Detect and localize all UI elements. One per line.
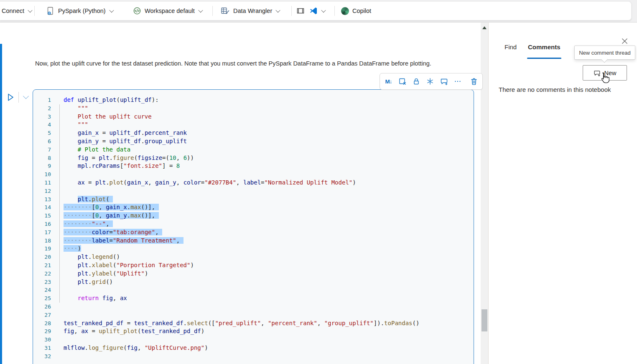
code-line-24[interactable]: 24 bbox=[33, 286, 473, 294]
code-line-10[interactable]: 10 bbox=[33, 170, 473, 179]
line-number: 23 bbox=[33, 278, 51, 286]
markdown-text: Now, plot the uplift curve for the test … bbox=[35, 60, 431, 67]
code-line-12[interactable]: 12 bbox=[33, 187, 473, 195]
code-line-30[interactable]: 30 bbox=[33, 336, 473, 344]
workspace-dropdown[interactable]: Workspace default bbox=[133, 2, 202, 20]
line-number: 2 bbox=[33, 104, 51, 113]
code-line-20[interactable]: 20 plt.legend() bbox=[33, 253, 473, 261]
code-line-4[interactable]: 4 """ bbox=[33, 121, 473, 129]
code-line-25[interactable]: 25 return fig, ax bbox=[33, 294, 473, 303]
code-line-3[interactable]: 3 Plot the uplift curve bbox=[33, 113, 473, 121]
line-number: 1 bbox=[33, 96, 51, 104]
code-line-8[interactable]: 8 fig = plt.figure(figsize=(10, 6)) bbox=[33, 154, 473, 162]
more-commands-icon[interactable] bbox=[453, 76, 462, 86]
code-line-31[interactable]: 31mlflow.log_figure(fig, "UpliftCurve.pn… bbox=[33, 344, 473, 352]
line-number: 8 bbox=[33, 154, 51, 162]
code-line-1[interactable]: 1def uplift_plot(uplift_df): bbox=[33, 96, 473, 104]
scroll-up-arrow-icon[interactable] bbox=[482, 26, 487, 29]
toolbar-divider bbox=[291, 6, 292, 16]
close-icon[interactable] bbox=[622, 38, 628, 46]
frame-button[interactable] bbox=[296, 2, 305, 20]
copilot-button[interactable]: Copilot bbox=[341, 2, 371, 20]
line-number: 32 bbox=[33, 352, 51, 361]
code-line-22[interactable]: 22 plt.ylabel("Uplift") bbox=[33, 270, 473, 278]
code-line-14[interactable]: 14········[0, gain_x.max()], bbox=[33, 203, 473, 212]
run-divider bbox=[18, 92, 19, 103]
code-line-5[interactable]: 5 gain_x = uplift_df.percent_rank bbox=[33, 129, 473, 137]
line-number: 9 bbox=[33, 162, 51, 170]
code-line-19[interactable]: 19····) bbox=[33, 245, 473, 253]
line-number: 27 bbox=[33, 311, 51, 319]
kernel-label: PySpark (Python) bbox=[58, 8, 106, 14]
run-cell-icon[interactable] bbox=[6, 92, 15, 102]
code-cell[interactable]: 1def uplift_plot(uplift_df):2 """3 Plot … bbox=[33, 89, 474, 364]
data-wrangler-button[interactable]: Data Wrangler bbox=[221, 2, 280, 20]
code-line-26[interactable]: 26 bbox=[33, 303, 473, 311]
scrollbar-thumb[interactable] bbox=[482, 309, 487, 331]
line-number: 24 bbox=[33, 286, 51, 294]
chevron-down-icon bbox=[321, 8, 326, 13]
convert-to-markdown-icon[interactable]: M↓ bbox=[384, 76, 393, 86]
line-number: 20 bbox=[33, 253, 51, 261]
markdown-cell[interactable]: Now, plot the uplift curve for the test … bbox=[35, 60, 466, 67]
chevron-down-icon bbox=[109, 8, 114, 13]
line-number: 4 bbox=[33, 121, 51, 129]
line-number: 26 bbox=[33, 303, 51, 311]
add-comment-icon[interactable] bbox=[439, 76, 448, 86]
frame-icon bbox=[296, 7, 305, 15]
kernel-dropdown[interactable]: PySpark (Python) bbox=[46, 2, 113, 20]
code-line-18[interactable]: 18········label="Random Treatment", bbox=[33, 237, 473, 245]
clear-outputs-icon[interactable] bbox=[398, 76, 407, 86]
hand-cursor-icon bbox=[599, 72, 609, 86]
code-line-32[interactable]: 32 bbox=[33, 352, 473, 361]
tab-find[interactable]: Find bbox=[505, 43, 517, 51]
line-number: 10 bbox=[33, 170, 51, 179]
line-number: 15 bbox=[33, 212, 51, 220]
code-line-15[interactable]: 15········[0, gain_y.max()], bbox=[33, 212, 473, 220]
code-line-6[interactable]: 6 gain_y = uplift_df.group_uplift bbox=[33, 137, 473, 146]
code-line-11[interactable]: 11 ax = plt.plot(gain_x, gain_y, color="… bbox=[33, 179, 473, 187]
comments-panel: Find Comments New comment thread New The… bbox=[489, 23, 637, 364]
collapse-cell-chevron-icon[interactable] bbox=[23, 93, 29, 99]
notebook-content: Now, plot the uplift curve for the test … bbox=[0, 22, 637, 364]
code-line-28[interactable]: 28test_ranked_pd_df = test_ranked_df.sel… bbox=[33, 319, 473, 328]
code-line-23[interactable]: 23 plt.grid() bbox=[33, 278, 473, 286]
lock-cell-icon[interactable] bbox=[412, 76, 420, 86]
code-editor[interactable]: 1def uplift_plot(uplift_df):2 """3 Plot … bbox=[33, 96, 473, 361]
line-number: 18 bbox=[33, 237, 51, 245]
line-number: 22 bbox=[33, 270, 51, 278]
line-number: 31 bbox=[33, 344, 51, 352]
tooltip-text: New comment thread bbox=[579, 50, 631, 56]
workspace-code-circle-icon bbox=[133, 7, 141, 15]
code-line-7[interactable]: 7 # Plot the data bbox=[33, 146, 473, 154]
active-cell-indicator bbox=[0, 44, 2, 364]
code-line-17[interactable]: 17········color="tab:orange", bbox=[33, 228, 473, 237]
code-line-2[interactable]: 2 """ bbox=[33, 104, 473, 113]
copilot-icon bbox=[341, 7, 349, 15]
notebook-toolbar: Connect PySpark (Python) bbox=[0, 1, 632, 20]
code-line-29[interactable]: 29fig, ax = uplift_plot(test_ranked_pd_d… bbox=[33, 327, 473, 336]
code-line-13[interactable]: 13 plt.plot( bbox=[33, 195, 473, 204]
connect-dropdown[interactable]: Connect bbox=[2, 2, 32, 20]
vscode-dropdown[interactable] bbox=[309, 2, 325, 20]
empty-comments-message: There are no comments in this notebook bbox=[499, 86, 611, 93]
code-line-21[interactable]: 21 plt.xlabel("Porportion Targeted") bbox=[33, 261, 473, 270]
connect-label: Connect bbox=[2, 8, 24, 14]
line-number: 28 bbox=[33, 319, 51, 328]
freeze-cell-icon[interactable] bbox=[426, 76, 434, 86]
kernel-document-gear-icon bbox=[46, 6, 55, 15]
tab-comments[interactable]: Comments bbox=[528, 43, 561, 51]
delete-cell-icon[interactable] bbox=[469, 76, 478, 86]
toolbar-divider bbox=[334, 6, 335, 16]
code-line-27[interactable]: 27 bbox=[33, 311, 473, 319]
vscode-icon bbox=[309, 7, 318, 15]
line-number: 6 bbox=[33, 137, 51, 146]
line-number: 16 bbox=[33, 220, 51, 228]
code-line-9[interactable]: 9 mpl.rcParams["font.size"] = 8 bbox=[33, 162, 473, 170]
chevron-down-icon bbox=[198, 8, 203, 13]
data-wrangler-grid-broom-icon bbox=[221, 7, 230, 15]
line-number: 13 bbox=[33, 195, 51, 204]
line-number: 25 bbox=[33, 294, 51, 303]
code-line-16[interactable]: 16········"--", bbox=[33, 220, 473, 228]
notebook-app: Connect PySpark (Python) bbox=[0, 0, 637, 364]
